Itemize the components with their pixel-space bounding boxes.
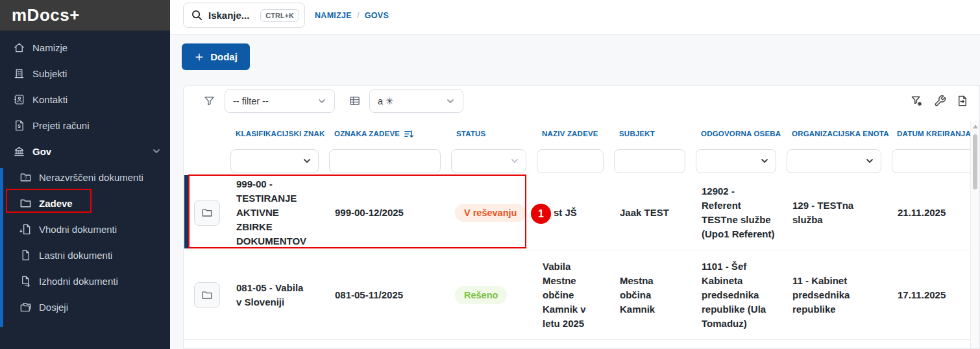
svg-text:?: ? xyxy=(25,174,27,180)
sidebar-item-label: Kontakti xyxy=(32,94,67,105)
sidebar-item-label: Prejeti računi xyxy=(32,120,90,131)
sidebar-nav: Namizje Subjekti Kontakti $ Prejeti raču… xyxy=(0,30,170,320)
open-case-folder-button[interactable] xyxy=(194,200,220,226)
breadcrumb-separator: / xyxy=(357,11,360,20)
svg-text:$: $ xyxy=(18,123,21,129)
scroll-up-arrow[interactable] xyxy=(973,125,978,128)
building-icon xyxy=(13,67,25,80)
cell-klasifikacijski-znak: 999-00 - TESTIRANJE AKTIVNE ZBIRKE DOKUM… xyxy=(225,177,324,248)
folder-icon xyxy=(201,289,213,301)
column-header-naziv-zadeve[interactable]: NAZIV ZADEVE xyxy=(532,130,609,138)
folder-question-icon: ? xyxy=(19,171,32,184)
filter-funnel-icon[interactable] xyxy=(203,95,215,107)
contacts-icon xyxy=(13,93,25,106)
column-header-status[interactable]: STATUS xyxy=(446,130,532,138)
cell-klasifikacijski-znak: 081-05 - Vabila v Sloveniji xyxy=(225,281,324,309)
table-row[interactable]: 999-00 - TESTIRANJE AKTIVNE ZBIRKE DOKUM… xyxy=(184,176,979,250)
filter-status[interactable] xyxy=(451,149,526,173)
cell-oznaka-zadeve: 999-00-12/2025 xyxy=(324,206,446,220)
sidebar-item-dosjeji[interactable]: Dosjeji xyxy=(0,294,170,320)
plus-icon xyxy=(194,52,204,62)
cell-subjekt: Mestna občina Kamnik xyxy=(609,274,691,317)
add-button[interactable]: Dodaj xyxy=(182,43,250,70)
filter-datum-kreiranja[interactable] xyxy=(892,149,974,173)
sidebar-item-lastni-dokumenti[interactable]: Lastni dokumenti xyxy=(0,242,170,268)
sidebar-item-zadeve[interactable]: Zadeve xyxy=(0,190,170,216)
chevron-down-icon xyxy=(317,97,326,106)
breadcrumb-home-link[interactable]: NAMIZJE xyxy=(315,11,352,20)
table-toolbar: -- filter -- a ✳ xyxy=(184,86,979,121)
cell-datum-kreiranja: 21.11.2025 xyxy=(887,206,979,220)
filter-klasifikacijski-znak[interactable] xyxy=(230,149,319,173)
table-row[interactable]: 081-05 - Vabila v Sloveniji 081-05-11/20… xyxy=(184,250,979,340)
bank-icon xyxy=(13,145,25,158)
view-select[interactable]: a ✳ xyxy=(369,89,463,113)
filter-settings-icon[interactable] xyxy=(911,95,923,107)
sidebar-item-label: Gov xyxy=(32,146,51,157)
app-logo: mDocs+ xyxy=(0,0,170,30)
sidebar-item-label: Namizje xyxy=(32,42,67,53)
filter-organizacijska-enota[interactable] xyxy=(787,149,881,173)
column-header-oznaka-zadeve[interactable]: OZNAKA ZADEVE xyxy=(324,129,446,139)
selected-row-indicator xyxy=(184,175,188,248)
cell-odgovorna-oseba: 1101 - Šef Kabineta predsednika republik… xyxy=(691,259,781,331)
topbar: Iskanje... CTRL+K NAMIZJE / GOVS xyxy=(170,0,980,35)
cell-subjekt: Jaak TEST xyxy=(609,206,691,220)
chevron-down-icon xyxy=(760,156,769,165)
sidebar-item-nerazvrsceni-dokumenti[interactable]: ? Nerazvrščeni dokumenti xyxy=(0,164,170,190)
filter-subjekt[interactable] xyxy=(614,149,685,173)
sort-descending-icon[interactable] xyxy=(404,129,413,139)
filter-oznaka-zadeve[interactable] xyxy=(329,149,441,173)
filter-naziv-zadeve[interactable] xyxy=(537,149,604,173)
chevron-down-icon[interactable] xyxy=(152,147,161,156)
column-header-odgovorna-oseba[interactable]: ODGOVORNA OSEBA xyxy=(691,130,781,138)
folders-icon xyxy=(19,301,32,313)
cell-organizacijska-enota: 129 - TESTna služba xyxy=(781,199,887,227)
open-case-folder-button[interactable] xyxy=(194,282,220,308)
column-header-subjekt[interactable]: SUBJEKT xyxy=(609,130,691,138)
filter-select[interactable]: -- filter -- xyxy=(225,89,335,113)
sidebar: mDocs+ Namizje Subjekti Kontakti $ Preje… xyxy=(0,0,170,349)
cell-organizacijska-enota: 11 - Kabinet predsednika republike xyxy=(781,274,887,317)
sidebar-item-subjekti[interactable]: Subjekti xyxy=(0,60,170,86)
filter-odgovorna-oseba[interactable] xyxy=(696,149,776,173)
cell-oznaka-zadeve: 081-05-11/2025 xyxy=(324,288,446,302)
file-outgoing-icon xyxy=(19,275,32,287)
home-icon xyxy=(13,42,25,54)
table-grid-icon[interactable] xyxy=(349,95,361,107)
sidebar-item-label: Izhodni dokumenti xyxy=(39,276,118,287)
cell-naziv-zadeve: st JŠ xyxy=(532,206,609,220)
export-document-icon[interactable] xyxy=(956,95,968,107)
folder-icon xyxy=(19,197,32,210)
chevron-down-icon xyxy=(446,97,455,106)
sidebar-item-vhodni-dokumenti[interactable]: Vhodni dokumenti xyxy=(0,216,170,242)
sidebar-item-label: Zadeve xyxy=(39,198,73,209)
search-shortcut-badge: CTRL+K xyxy=(260,9,299,22)
search-icon xyxy=(191,10,202,21)
sidebar-item-izhodni-dokumenti[interactable]: Izhodni dokumenti xyxy=(0,268,170,294)
sidebar-item-label: Nerazvrščeni dokumenti xyxy=(39,172,143,183)
chevron-down-icon xyxy=(510,156,519,165)
sidebar-item-label: Vhodni dokumenti xyxy=(39,224,117,235)
invoice-icon: $ xyxy=(13,119,25,132)
vertical-scrollbar[interactable] xyxy=(970,121,979,349)
sidebar-item-gov[interactable]: Gov xyxy=(0,138,170,164)
cases-table-card: -- filter -- a ✳ KLASIFIKACIJSKI ZNAK OZ… xyxy=(183,85,980,349)
cell-datum-kreiranja: 17.11.2025 xyxy=(887,288,979,302)
column-header-klasifikacijski-znak[interactable]: KLASIFIKACIJSKI ZNAK xyxy=(225,130,324,138)
column-header-organizacijska-enota[interactable]: ORGANIZACIJSKA ENOTA xyxy=(781,130,887,138)
sidebar-item-prejeti-racuni[interactable]: $ Prejeti računi xyxy=(0,112,170,138)
column-header-datum-kreiranja[interactable]: DATUM KREIRANJA xyxy=(887,130,979,138)
search-placeholder: Iskanje... xyxy=(208,10,254,21)
table-filter-row xyxy=(184,146,979,176)
folder-icon xyxy=(201,207,213,219)
chevron-down-icon xyxy=(865,156,874,165)
scrollbar-thumb[interactable] xyxy=(973,134,977,189)
tools-wrench-icon[interactable] xyxy=(934,95,946,107)
sidebar-item-kontakti[interactable]: Kontakti xyxy=(0,86,170,112)
sidebar-item-label: Lastni dokumenti xyxy=(39,250,112,261)
sidebar-item-namizje[interactable]: Namizje xyxy=(0,34,170,60)
breadcrumb-current-link[interactable]: GOVS xyxy=(365,11,389,20)
chevron-down-icon xyxy=(302,156,312,165)
search-input[interactable]: Iskanje... CTRL+K xyxy=(183,3,305,28)
